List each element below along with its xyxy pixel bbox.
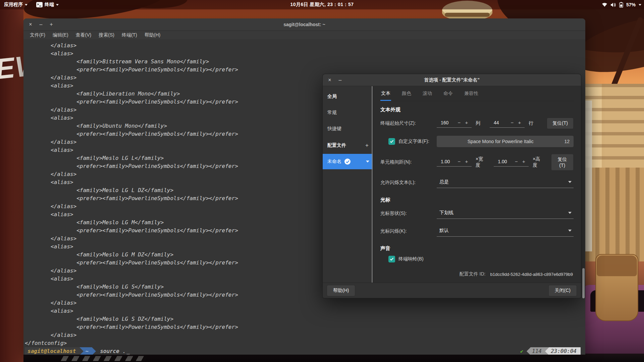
battery-icon[interactable] <box>619 2 623 8</box>
minus-icon[interactable]: − <box>508 120 516 125</box>
row-initial-size: 终端起始尺寸(Z): 160 − + 列 44 − + <box>380 118 574 129</box>
menu-view[interactable]: 查看(V) <box>72 32 95 38</box>
custom-font-checkbox[interactable] <box>388 138 395 145</box>
mural-wall: EW <box>0 0 23 362</box>
cursor-blink-value: 默认 <box>439 228 568 234</box>
row-cell-spacing: 单元格间距(N): 1.00 − + ×宽度 1.00 − + <box>380 154 574 171</box>
tab-scrolling[interactable]: 滚动 <box>422 86 433 101</box>
dialog-sidebar: 全局 常规 快捷键 配置文件 + 未命名 <box>323 86 373 283</box>
cursor-blink-dropdown[interactable]: 默认 <box>437 226 574 237</box>
typed-command: source . <box>96 347 126 355</box>
menu-search[interactable]: 搜索(S) <box>95 32 118 38</box>
wifi-icon[interactable] <box>602 2 607 7</box>
terminal-line: <family>Bitstream Vera Sans Mono</family… <box>25 58 585 66</box>
panel-clock[interactable]: 10月6日 星期六, 23：01：57 <box>290 2 354 8</box>
terminal-line: <alias> <box>25 50 585 58</box>
terminal-scrollbar-thumb[interactable] <box>582 268 585 298</box>
menu-file[interactable]: 文件(F) <box>26 32 49 38</box>
close-button[interactable]: 关闭(C) <box>548 285 577 296</box>
terminal-line: <prefer><family>PowerlineSymbols</family… <box>25 66 585 74</box>
chevron-down-icon[interactable] <box>366 161 369 163</box>
sidebar-scrollbar[interactable] <box>372 86 373 283</box>
tab-compatibility[interactable]: 兼容性 <box>464 86 479 101</box>
piano-keys-art <box>61 356 147 361</box>
terminal-bell-label: 终端响铃(B) <box>398 256 424 262</box>
reset-size-button[interactable]: 复位(T) <box>547 118 574 129</box>
terminal-line: </alias> <box>25 331 585 339</box>
minus-icon[interactable]: − <box>455 120 463 125</box>
maximize-icon[interactable]: + <box>49 22 54 27</box>
applications-menu[interactable]: 应用程序 <box>4 2 28 8</box>
top-panel: 应用程序 终端 10月6日 星期六, 23：01：57 57% <box>0 0 644 9</box>
minus-icon[interactable]: − <box>513 159 520 164</box>
prompt-dir-segment: ~ <box>84 347 92 355</box>
chevron-down-icon[interactable] <box>639 4 641 6</box>
powerline-arrow-icon <box>527 347 531 355</box>
columns-stepper[interactable]: 160 − + <box>437 119 472 128</box>
terminal-titlebar[interactable]: × – + sagit@localhost: ~ <box>23 18 585 31</box>
dialog-titlebar[interactable]: × – 首选项 - 配置文件"未命名" <box>323 74 581 86</box>
close-icon[interactable]: × <box>28 22 33 27</box>
window-menu-terminal[interactable]: 终端 <box>36 2 59 8</box>
cell-height-stepper[interactable]: 1.00 − + <box>494 158 529 167</box>
menu-terminal[interactable]: 终端(T) <box>118 32 141 38</box>
tab-text[interactable]: 文本 <box>380 86 391 101</box>
battery-percent: 57% <box>626 2 636 7</box>
font-size: 12 <box>564 139 574 144</box>
building <box>585 168 644 261</box>
window-menu-label: 终端 <box>45 2 54 8</box>
initial-size-label: 终端起始尺寸(Z): <box>380 120 437 126</box>
minus-icon[interactable]: − <box>455 159 463 164</box>
minimize-icon[interactable]: – <box>338 77 342 83</box>
minimize-icon[interactable]: – <box>39 22 43 27</box>
cell-width-stepper[interactable]: 1.00 − + <box>437 158 472 167</box>
row-custom-font: 自定义字体(F): Space Mono for Powerline Itali… <box>380 136 574 147</box>
chevron-down-icon <box>56 4 59 6</box>
plus-icon[interactable]: + <box>516 120 523 125</box>
mural-text: EW <box>0 48 23 86</box>
cursor-shape-label: 光标形状(S): <box>380 210 437 217</box>
reset-spacing-button[interactable]: 复位(T) <box>551 154 574 171</box>
add-profile-button[interactable]: + <box>365 142 369 149</box>
sidebar-item-profile-unnamed[interactable]: 未命名 <box>323 154 373 169</box>
profile-name: 未命名 <box>327 159 341 165</box>
cell-height-value[interactable]: 1.00 <box>495 159 513 164</box>
dialog-tabs: 文本 颜色 滚动 命令 兼容性 <box>380 86 574 101</box>
profile-id-label: 配置文件 ID: <box>460 271 486 277</box>
cursor-shape-value: 下划线 <box>439 210 568 216</box>
terminal-line: <family>Meslo LG S DZ</family> <box>25 315 585 323</box>
help-button[interactable]: 帮助(H) <box>327 285 355 296</box>
row-blink-text: 允许闪烁文本(L): 总是 <box>380 177 574 188</box>
chevron-down-icon <box>568 212 572 214</box>
history-count: 114 <box>531 347 545 355</box>
cursor-shape-dropdown[interactable]: 下划线 <box>437 208 574 219</box>
sidebar-item-general[interactable]: 常规 <box>323 105 373 121</box>
blink-text-label: 允许闪烁文本(L): <box>380 180 437 186</box>
plus-icon[interactable]: + <box>463 159 470 164</box>
volume-icon[interactable] <box>610 2 616 7</box>
blink-text-dropdown[interactable]: 总是 <box>437 177 574 188</box>
row-cursor-shape: 光标形状(S): 下划线 <box>380 208 574 219</box>
bell-label-wrap: 终端响铃(B) <box>380 256 424 262</box>
tab-command[interactable]: 命令 <box>443 86 453 101</box>
font-chooser-button[interactable]: Space Mono for Powerline Italic 12 <box>437 136 574 147</box>
columns-value[interactable]: 160 <box>438 120 455 125</box>
tab-colors[interactable]: 颜色 <box>401 86 412 101</box>
rows-value[interactable]: 44 <box>491 120 508 125</box>
cell-width-value[interactable]: 1.00 <box>438 159 455 164</box>
menu-edit[interactable]: 编辑(E) <box>49 32 72 38</box>
custom-font-label: 自定义字体(F): <box>398 138 429 144</box>
rows-stepper[interactable]: 44 − + <box>490 119 525 128</box>
close-icon[interactable]: × <box>327 77 332 83</box>
sidebar-item-shortcuts[interactable]: 快捷键 <box>323 121 373 137</box>
plus-icon[interactable]: + <box>520 159 527 164</box>
prompt-status: ✔ 114 23:00:04 <box>520 347 581 355</box>
blink-text-value: 总是 <box>439 179 568 185</box>
check-circle-icon <box>344 159 351 165</box>
terminal-bell-checkbox[interactable] <box>388 256 395 262</box>
terminal-line: <prefer><family>PowerlineSymbols</family… <box>25 323 585 331</box>
menu-help[interactable]: 帮助(H) <box>141 32 164 38</box>
plus-icon[interactable]: + <box>463 120 470 125</box>
columns-unit: 列 <box>476 120 480 126</box>
row-cursor-blink: 光标闪烁(K): 默认 <box>380 226 574 237</box>
